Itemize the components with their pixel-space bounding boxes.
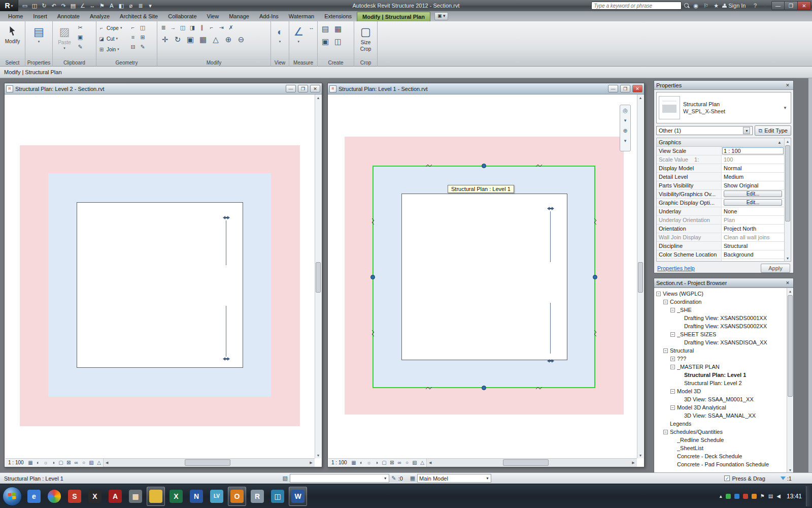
- nav-chevron-icon[interactable]: ▾: [621, 116, 629, 124]
- copy-icon[interactable]: ▣: [184, 34, 196, 46]
- tree-item[interactable]: Concrete - Deck Schedule: [654, 452, 787, 460]
- section-line-upper[interactable]: [226, 220, 226, 265]
- taskbar-excel[interactable]: X: [167, 487, 185, 506]
- scroll-left-icon[interactable]: ◀: [427, 459, 434, 467]
- delete-icon[interactable]: ✗: [226, 23, 235, 32]
- analytical-model-icon[interactable]: △: [95, 459, 103, 466]
- search-icon[interactable]: [684, 3, 690, 9]
- tree-item[interactable]: −Coordination: [654, 298, 787, 306]
- window-close-icon[interactable]: ✕: [310, 85, 320, 92]
- property-value[interactable]: None: [722, 207, 784, 215]
- properties-help-link[interactable]: Properties help: [657, 265, 695, 271]
- measure-icon[interactable]: ∠: [78, 1, 87, 10]
- section-icon[interactable]: ⌀: [126, 1, 136, 10]
- visual-style-icon[interactable]: ◐: [358, 459, 365, 466]
- scroll-down-icon[interactable]: ▼: [785, 255, 791, 261]
- shadows-icon[interactable]: ◑: [50, 459, 57, 466]
- collapse-icon[interactable]: −: [670, 365, 675, 369]
- horizontal-scroll-thumb[interactable]: [185, 459, 230, 466]
- taskbar-app-teal[interactable]: ◫: [268, 487, 287, 506]
- property-value[interactable]: 1 : 100: [722, 147, 784, 155]
- favorites-star-icon[interactable]: ★: [712, 3, 720, 9]
- crop-break-mark-icon[interactable]: [593, 218, 597, 225]
- aligned-dimension-icon[interactable]: ↔: [308, 23, 316, 32]
- selection-filter-icon[interactable]: [781, 477, 786, 480]
- panel-label-clipboard[interactable]: Clipboard: [53, 59, 96, 67]
- crop-handle-right[interactable]: [593, 275, 597, 279]
- minimize-button[interactable]: —: [771, 1, 785, 10]
- worksharing-display-icon[interactable]: ▧: [411, 459, 419, 466]
- property-value[interactable]: Background: [722, 250, 784, 259]
- property-value[interactable]: None: [722, 259, 784, 262]
- panel-label-create[interactable]: Create: [318, 59, 354, 67]
- taskbar-chrome[interactable]: [45, 487, 63, 506]
- taskbar-labview[interactable]: LV: [208, 487, 226, 506]
- window-minimize-icon[interactable]: —: [608, 85, 618, 92]
- tab-architect-site[interactable]: Architect & Site: [115, 12, 163, 21]
- tab-manage[interactable]: Manage: [224, 12, 254, 21]
- network-icon[interactable]: ▤: [768, 493, 773, 499]
- scroll-up-icon[interactable]: ▲: [787, 288, 793, 294]
- tab-collaborate[interactable]: Collaborate: [163, 12, 201, 21]
- tab-analyze[interactable]: Analyze: [85, 12, 115, 21]
- scroll-up-icon[interactable]: ▲: [785, 138, 791, 144]
- tag-icon[interactable]: ⚑: [97, 1, 107, 10]
- design-option-combo[interactable]: Main Model ▼: [417, 474, 491, 483]
- sign-in-button[interactable]: Sign In ▾: [722, 3, 749, 9]
- tree-item[interactable]: −Model 3D Analytical: [654, 403, 787, 411]
- size-crop-button[interactable]: ▢ Size Crop: [356, 23, 376, 56]
- tab-add-ins[interactable]: Add-Ins: [254, 12, 284, 21]
- tree-scroll-thumb[interactable]: [788, 295, 793, 397]
- default-3d-view-icon[interactable]: ◧: [117, 1, 126, 10]
- undo-icon[interactable]: ↶: [49, 1, 58, 10]
- action-center-icon[interactable]: ⚑: [760, 493, 765, 499]
- crop-handle-bottom[interactable]: [482, 386, 486, 390]
- view-canvas-level-2[interactable]: [5, 94, 315, 458]
- keyword-search-input[interactable]: [591, 2, 682, 10]
- section-line-lower[interactable]: [226, 306, 226, 357]
- property-value[interactable]: Normal: [722, 164, 784, 172]
- tree-item[interactable]: Concrete - Pad Foundation Schedule: [654, 460, 787, 468]
- detail-level-icon[interactable]: ▦: [27, 459, 35, 466]
- tab-extensions[interactable]: Extensions: [319, 12, 357, 21]
- match-type-icon[interactable]: ✎: [76, 42, 85, 51]
- tree-item[interactable]: −Model 3D: [654, 387, 787, 395]
- rotate-icon[interactable]: ↻: [172, 34, 184, 46]
- vertical-scrollbar[interactable]: ▲ ▼: [637, 94, 644, 458]
- analytical-model-icon[interactable]: △: [419, 459, 426, 466]
- taskbar-windows-explorer[interactable]: [147, 487, 165, 506]
- press-drag-checkbox[interactable]: ✓: [724, 475, 730, 481]
- crop-break-mark-icon[interactable]: [593, 330, 597, 336]
- shadows-icon[interactable]: ◑: [373, 459, 381, 466]
- tree-item[interactable]: −Views (WGPLC): [654, 290, 787, 298]
- worksets-icon[interactable]: ▧: [281, 475, 290, 482]
- close-button[interactable]: ✕: [798, 1, 811, 10]
- scroll-left-icon[interactable]: ◀: [104, 459, 111, 467]
- cope-button[interactable]: ⌐Cope▾: [98, 23, 127, 33]
- print-icon[interactable]: ▤: [69, 1, 78, 10]
- horizontal-scrollbar[interactable]: ◀ ▶: [103, 459, 315, 467]
- property-value[interactable]: Medium: [722, 173, 784, 181]
- property-value[interactable]: Project North: [722, 225, 784, 233]
- tab-waterman[interactable]: Waterman: [284, 12, 319, 21]
- mirror-pick-icon[interactable]: ◨: [188, 23, 197, 32]
- taskbar-r-app[interactable]: R: [248, 487, 266, 506]
- view-window-level-1-titlebar[interactable]: R Structural Plan: Level 1 - Section.rvt…: [328, 83, 644, 94]
- panel-label-modify[interactable]: Modify: [157, 59, 270, 67]
- unpin-icon[interactable]: ⊖: [235, 34, 247, 46]
- panel-label-select[interactable]: Select: [0, 59, 25, 67]
- press-drag-toggle[interactable]: ✓ Press & Drag: [724, 475, 765, 482]
- property-value[interactable]: Structural: [722, 242, 784, 250]
- tree-item[interactable]: 3D View: SSAA_MANAL_XX: [654, 411, 787, 420]
- vertical-scroll-thumb[interactable]: [638, 262, 643, 293]
- scroll-down-icon[interactable]: ▼: [315, 452, 321, 458]
- horizontal-scroll-thumb[interactable]: [503, 459, 549, 466]
- palette-close-icon[interactable]: ✕: [784, 83, 791, 88]
- crop-break-mark-icon[interactable]: [536, 386, 542, 390]
- collapse-icon[interactable]: −: [670, 389, 675, 394]
- view-scale-button[interactable]: 1 : 100: [328, 460, 350, 465]
- crop-break-mark-icon[interactable]: [426, 164, 432, 168]
- tree-item[interactable]: _SheetList: [654, 444, 787, 452]
- extend-icon[interactable]: ⇥: [217, 23, 226, 32]
- taskbar-app-blue[interactable]: N: [187, 487, 206, 506]
